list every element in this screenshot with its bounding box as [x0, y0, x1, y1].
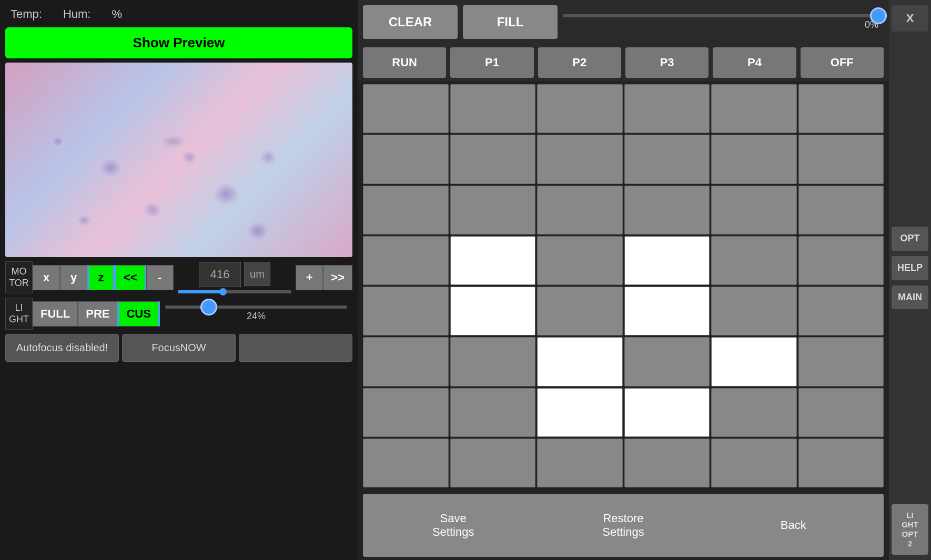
light-slider-thumb	[200, 299, 217, 315]
grid-cell[interactable]	[711, 287, 797, 335]
grid-cell[interactable]	[711, 84, 797, 133]
grid-cell[interactable]	[798, 135, 884, 184]
light-cus-button[interactable]: CUS	[117, 301, 159, 327]
p4-button[interactable]: P4	[713, 47, 796, 78]
microscope-image	[5, 63, 352, 257]
motor-left-button[interactable]: <<	[115, 265, 146, 290]
clear-button[interactable]: CLEAR	[363, 5, 458, 39]
grid-cell[interactable]	[450, 186, 536, 235]
grid-cell[interactable]	[363, 186, 449, 235]
grid-cell[interactable]	[624, 439, 710, 487]
grid-cell[interactable]	[450, 439, 536, 487]
run-button[interactable]: RUN	[363, 47, 446, 78]
grid-cell[interactable]	[537, 236, 623, 285]
grid-cell[interactable]	[798, 337, 884, 386]
scan-grid	[358, 81, 889, 491]
grid-cell[interactable]	[363, 439, 449, 487]
back-button[interactable]: Back	[714, 504, 873, 546]
grid-cell[interactable]	[711, 337, 797, 386]
grid-cell[interactable]	[363, 388, 449, 437]
grid-cell[interactable]	[363, 287, 449, 335]
restore-settings-button[interactable]: RestoreSettings	[543, 504, 703, 546]
grid-cell[interactable]	[363, 337, 449, 386]
p1-button[interactable]: P1	[450, 47, 533, 78]
save-settings-button[interactable]: SaveSettings	[373, 504, 533, 546]
p2-button[interactable]: P2	[538, 47, 621, 78]
motor-value: 416	[199, 262, 241, 287]
off-button[interactable]: OFF	[801, 47, 884, 78]
motor-controls: MOTOR x y z << - 416 um + >>	[5, 261, 352, 293]
autopt-button[interactable]	[239, 334, 352, 362]
light-full-button[interactable]: FULL	[33, 301, 78, 327]
grid-cell[interactable]	[624, 337, 710, 386]
light-slider-track[interactable]	[165, 306, 347, 309]
motor-plus-button[interactable]: +	[296, 265, 323, 290]
grid-cell[interactable]	[537, 337, 623, 386]
light-pre-button[interactable]: PRE	[78, 301, 117, 327]
motor-minus-button[interactable]: -	[146, 265, 174, 290]
motor-right-button[interactable]: >>	[323, 265, 352, 290]
far-right-sidebar: X OPT HELP MAIN LIGHTOPT2	[889, 0, 931, 560]
top-slider-container: 0%	[563, 14, 884, 30]
top-slider-track[interactable]	[563, 14, 878, 17]
light-opt2-button[interactable]: LIGHTOPT2	[892, 504, 928, 555]
grid-cell[interactable]	[798, 186, 884, 235]
temp-label: Temp:	[11, 7, 42, 21]
motor-x-button[interactable]: x	[33, 265, 60, 290]
grid-cell[interactable]	[624, 135, 710, 184]
grid-cell[interactable]	[363, 84, 449, 133]
grid-cell[interactable]	[537, 388, 623, 437]
bottom-actions: SaveSettings RestoreSettings Back	[363, 494, 884, 557]
motor-unit: um	[244, 262, 270, 286]
grid-cell[interactable]	[798, 439, 884, 487]
grid-cell[interactable]	[624, 287, 710, 335]
motor-slider-track[interactable]	[178, 290, 292, 293]
grid-cell[interactable]	[363, 135, 449, 184]
autofocus-button[interactable]: Autofocus disabled!	[5, 334, 119, 362]
help-button[interactable]: HELP	[892, 256, 928, 280]
top-slider-thumb	[870, 7, 887, 24]
sensor-info: Temp: Hum: %	[5, 5, 352, 23]
grid-cell[interactable]	[711, 186, 797, 235]
x-close-button[interactable]: X	[892, 5, 928, 32]
grid-cell[interactable]	[450, 388, 536, 437]
motor-slider-thumb	[219, 288, 227, 296]
grid-cell[interactable]	[537, 287, 623, 335]
grid-cell[interactable]	[798, 236, 884, 285]
opt-button[interactable]: OPT	[892, 227, 928, 251]
grid-cell[interactable]	[624, 236, 710, 285]
p3-button[interactable]: P3	[625, 47, 709, 78]
motor-z-button[interactable]: z	[87, 265, 115, 290]
bottom-controls: Autofocus disabled! FocusNOW	[5, 334, 352, 365]
grid-cell[interactable]	[537, 135, 623, 184]
grid-cell[interactable]	[624, 388, 710, 437]
grid-cell[interactable]	[624, 186, 710, 235]
grid-cell[interactable]	[798, 84, 884, 133]
motor-slider-area: 416 um	[174, 262, 296, 293]
grid-cell[interactable]	[711, 388, 797, 437]
grid-cell[interactable]	[537, 186, 623, 235]
light-percent-label: 24%	[247, 311, 266, 322]
show-preview-button[interactable]: Show Preview	[5, 27, 352, 58]
focusnow-button[interactable]: FocusNOW	[122, 334, 236, 362]
grid-cell[interactable]	[537, 439, 623, 487]
top-controls: CLEAR FILL 0%	[358, 0, 889, 44]
grid-cell[interactable]	[798, 287, 884, 335]
grid-cell[interactable]	[450, 287, 536, 335]
percent-label: %	[112, 7, 122, 21]
grid-cell[interactable]	[363, 236, 449, 285]
grid-cell[interactable]	[537, 84, 623, 133]
grid-cell[interactable]	[450, 337, 536, 386]
grid-cell[interactable]	[798, 388, 884, 437]
grid-cell[interactable]	[711, 439, 797, 487]
grid-cell[interactable]	[450, 236, 536, 285]
grid-cell[interactable]	[450, 135, 536, 184]
fill-button[interactable]: FILL	[463, 5, 558, 39]
grid-cell[interactable]	[624, 84, 710, 133]
grid-cell[interactable]	[450, 84, 536, 133]
motor-y-button[interactable]: y	[60, 265, 87, 290]
main-button[interactable]: MAIN	[892, 286, 928, 310]
light-controls: LIGHT FULL PRE CUS 24%	[5, 298, 352, 330]
grid-cell[interactable]	[711, 236, 797, 285]
grid-cell[interactable]	[711, 135, 797, 184]
